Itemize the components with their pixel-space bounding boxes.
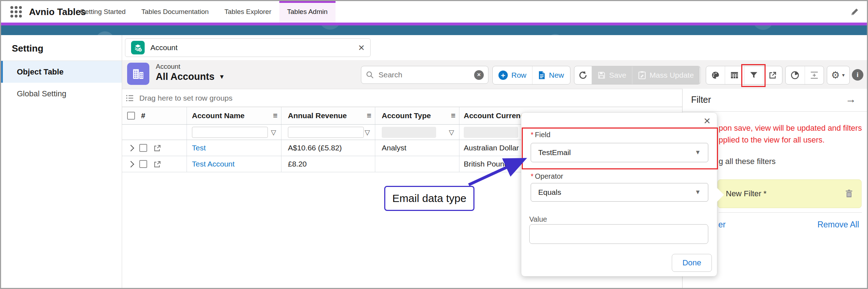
- info-icon[interactable]: i: [852, 69, 863, 81]
- row-group-drop-zone[interactable]: Drag here to set row groups: [122, 89, 682, 107]
- row-groups-icon: [126, 95, 134, 102]
- popup-close-icon[interactable]: ×: [704, 115, 710, 126]
- annotation-text: Email data type: [392, 192, 467, 204]
- search-clear-icon[interactable]: ×: [474, 70, 484, 80]
- settings-group: ⚙ ▼: [827, 66, 850, 85]
- required-marker: *: [531, 172, 534, 180]
- field-highlight-box: [522, 127, 718, 169]
- done-button-label: Done: [683, 258, 701, 268]
- new-button[interactable]: New: [532, 66, 570, 84]
- account-type-value: Analyst: [382, 144, 406, 152]
- add-filter-link-fragment[interactable]: er: [718, 220, 725, 230]
- filter-button-highlight-box: [741, 64, 766, 87]
- account-currency-value: Australian Dollar: [464, 144, 519, 152]
- row-expand-icon[interactable]: [127, 161, 134, 167]
- gear-icon: ⚙: [831, 71, 840, 80]
- workspace-tab-close-icon[interactable]: ×: [358, 42, 365, 53]
- panel-divider: [683, 111, 867, 112]
- value-input[interactable]: [529, 224, 708, 244]
- remove-all-link[interactable]: Remove All: [818, 220, 859, 230]
- column-header-account-currency[interactable]: Account Currency: [464, 111, 529, 120]
- row-height-button[interactable]: [805, 66, 824, 84]
- column-filter-funnel-icon[interactable]: ▽: [449, 128, 454, 136]
- refresh-button[interactable]: [574, 66, 592, 84]
- filter-warning-line2: pplied to the view for all users.: [719, 135, 825, 145]
- mass-update-label: Mass Update: [650, 71, 694, 80]
- operator-select[interactable]: Equals ▼: [531, 183, 708, 202]
- column-filter-funnel-icon[interactable]: ▽: [365, 128, 370, 136]
- panel-divider: [719, 212, 862, 213]
- open-record-icon[interactable]: [153, 144, 161, 152]
- object-label: Account: [156, 63, 180, 71]
- filter-input-account-type[interactable]: [382, 127, 436, 138]
- workspace-tab-label: Account: [150, 43, 178, 52]
- color-palette-button[interactable]: [706, 66, 725, 84]
- filter-matching-text: g all these filters: [719, 157, 776, 166]
- search-box: ×: [361, 66, 488, 84]
- settings-sidebar: Setting Object Table Global Setting: [1, 35, 122, 288]
- new-button-label: New: [549, 71, 564, 80]
- column-filter-funnel-icon[interactable]: ▽: [271, 128, 276, 136]
- filter-popup: × *Field TestEmail ▼ *Operator Equals ▼ …: [521, 112, 717, 276]
- save-button-label: Save: [609, 71, 626, 80]
- row-checkbox[interactable]: [139, 144, 147, 152]
- sidebar-title: Setting: [1, 35, 122, 61]
- row-new-button-group: + Row New: [492, 66, 570, 85]
- pie-chart-icon: [790, 71, 800, 80]
- save-button[interactable]: Save: [592, 66, 632, 84]
- add-row-button[interactable]: + Row: [493, 66, 532, 84]
- open-record-icon[interactable]: [153, 160, 161, 168]
- row-checkbox[interactable]: [139, 160, 147, 168]
- view-dropdown-icon: ▼: [219, 73, 225, 81]
- done-button[interactable]: Done: [672, 254, 712, 272]
- top-navbar: Avnio Tables Getting Started Tables Docu…: [1, 1, 867, 23]
- refresh-save-group: Save Mass Update: [574, 66, 701, 85]
- annual-revenue-value: £8.20: [288, 160, 307, 168]
- brand-purple-strip: [1, 23, 867, 25]
- nav-tab-tables-explorer[interactable]: Tables Explorer: [217, 1, 279, 23]
- account-name-link[interactable]: Test: [192, 144, 206, 152]
- chevron-down-icon: ▼: [695, 189, 701, 196]
- column-header-annual-revenue[interactable]: Annual Revenue: [288, 111, 347, 120]
- search-input[interactable]: [378, 70, 471, 80]
- app-launcher-icon[interactable]: [10, 6, 23, 18]
- nav-tab-tables-documentation[interactable]: Tables Documentation: [134, 1, 217, 23]
- value-label: Value: [529, 215, 547, 223]
- workspace-tab-account[interactable]: Account ×: [125, 38, 371, 57]
- nav-tab-tables-admin[interactable]: Tables Admin: [279, 1, 336, 23]
- brand-texture-band: [1, 25, 867, 35]
- column-menu-icon[interactable]: ≡: [451, 111, 455, 120]
- save-disk-icon: [598, 71, 606, 79]
- annual-revenue-value: A$10.66 (£5.82): [288, 144, 342, 152]
- trash-icon[interactable]: [845, 189, 853, 198]
- column-menu-icon[interactable]: ≡: [273, 111, 278, 120]
- plus-circle-icon: +: [498, 71, 508, 80]
- view-selector[interactable]: All Accounts ▼: [156, 71, 225, 82]
- column-header-index: #: [141, 111, 145, 120]
- annotation-label-box: Email data type: [384, 186, 474, 211]
- mass-update-icon: [638, 71, 646, 80]
- row-button-label: Row: [511, 71, 526, 80]
- column-header-account-name[interactable]: Account Name: [192, 111, 245, 120]
- select-all-checkbox[interactable]: [127, 112, 135, 120]
- collapse-panel-arrow-icon[interactable]: →: [845, 93, 856, 105]
- external-link-icon: [768, 71, 777, 80]
- filter-input-account-currency[interactable]: [464, 127, 518, 138]
- filter-input-account-name[interactable]: [192, 127, 268, 138]
- edit-pencil-icon[interactable]: [850, 7, 860, 18]
- filter-input-annual-revenue[interactable]: [288, 127, 364, 138]
- row-expand-icon[interactable]: [127, 145, 134, 151]
- filter-card[interactable]: New Filter *: [718, 179, 862, 208]
- mass-update-button[interactable]: Mass Update: [632, 66, 700, 84]
- column-menu-icon[interactable]: ≡: [367, 111, 371, 120]
- sidebar-item-object-table[interactable]: Object Table: [1, 61, 122, 83]
- table-settings-button[interactable]: ⚙ ▼: [827, 66, 849, 84]
- column-header-account-type[interactable]: Account Type: [382, 111, 431, 120]
- chart-button[interactable]: [786, 66, 805, 84]
- sidebar-item-global-setting[interactable]: Global Setting: [1, 83, 122, 105]
- export-button[interactable]: [763, 66, 782, 84]
- columns-grid-icon: [730, 71, 739, 80]
- row-height-icon: [810, 71, 819, 80]
- nav-tab-getting-started[interactable]: Getting Started: [72, 1, 134, 23]
- account-name-link[interactable]: Test Account: [192, 160, 235, 168]
